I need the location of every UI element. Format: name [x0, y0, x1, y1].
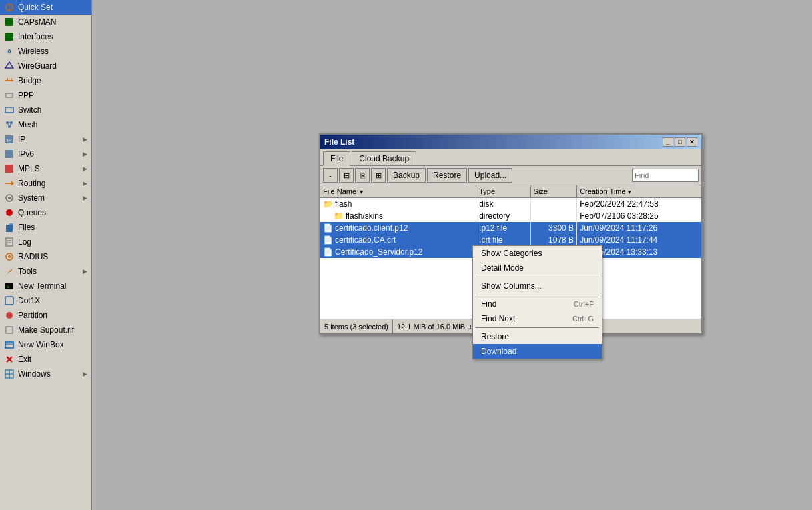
sidebar-label-ip: IP: [18, 135, 83, 144]
close-button[interactable]: ✕: [687, 137, 697, 147]
sidebar-item-ip[interactable]: IPIP▶: [0, 132, 91, 147]
sidebar-item-mesh[interactable]: Mesh: [0, 117, 91, 132]
sidebar-item-ipv6[interactable]: IPv6▶: [0, 147, 91, 161]
svg-rect-9: [5, 107, 13, 113]
quick-set-icon: [4, 2, 15, 13]
col-header-name[interactable]: File Name ▼: [320, 185, 476, 197]
sidebar-label-wireguard: WireGuard: [18, 61, 87, 71]
sidebar-label-capsman: CAPsMAN: [18, 17, 87, 27]
sidebar-item-tools[interactable]: Tools▶: [0, 264, 91, 279]
col-header-creation[interactable]: Creation Time ▾: [577, 185, 701, 197]
sidebar-item-new-winbox[interactable]: New WinBox: [0, 337, 91, 352]
sidebar-item-quick-set[interactable]: Quick Set: [0, 0, 91, 15]
tab-cloud-backup[interactable]: Cloud Backup: [352, 151, 416, 165]
sidebar-item-files[interactable]: Files: [0, 220, 91, 235]
sidebar-item-routing[interactable]: Routing▶: [0, 176, 91, 191]
sidebar-item-dot1x[interactable]: Dot1X: [0, 293, 91, 308]
cell-size: 1078 B: [530, 234, 577, 246]
sidebar-item-wireguard[interactable]: WireGuard: [0, 59, 91, 73]
ctx-item-download[interactable]: Download: [473, 344, 602, 359]
sidebar-item-log[interactable]: Log: [0, 235, 91, 249]
context-menu: Show CategoriesDetail ModeShow Columns..…: [472, 245, 602, 359]
sidebar-item-mpls[interactable]: MPLS▶: [0, 161, 91, 176]
sidebar-item-exit[interactable]: Exit: [0, 352, 91, 367]
sidebar-item-make-supout[interactable]: Make Supout.rif: [0, 323, 91, 337]
svg-point-33: [6, 312, 13, 319]
table-row[interactable]: 📄certificado.client.p12.p12 file3300 BJu…: [320, 222, 701, 234]
ctx-item-show-categories[interactable]: Show Categories: [473, 246, 602, 261]
sidebar-item-wireless[interactable]: Wireless: [0, 44, 91, 59]
sidebar-arrow-routing: ▶: [83, 180, 87, 187]
ipv6-icon: [4, 149, 15, 159]
filter-button[interactable]: ⊟: [339, 168, 354, 183]
ctx-separator: [476, 277, 599, 277]
statusbar-items: 5 items (3 selected): [320, 319, 393, 333]
remove-button[interactable]: -: [323, 168, 338, 183]
folder-icon: 📁: [334, 211, 344, 221]
sidebar-label-quick-set: Quick Set: [18, 3, 87, 12]
minimize-button[interactable]: _: [663, 137, 673, 147]
ctx-item-find-next[interactable]: Find NextCtrl+G: [473, 311, 602, 326]
ctx-label-show-categories: Show Categories: [481, 249, 542, 258]
cell-name: 📁flash/skins: [320, 210, 476, 222]
main-area: File List _ □ ✕ File Cloud Backup - ⊟ ⎘ …: [92, 0, 812, 510]
interfaces-icon: [4, 31, 15, 42]
ctx-item-find[interactable]: FindCtrl+F: [473, 297, 602, 311]
sidebar-item-partition[interactable]: Partition: [0, 308, 91, 323]
table-row[interactable]: 📄certificado.CA.crt.crt file1078 BJun/09…: [320, 234, 701, 246]
svg-point-22: [8, 197, 11, 199]
table-row[interactable]: 📁flash/skinsdirectoryFeb/07/2106 03:28:2…: [320, 210, 701, 222]
sidebar-item-system[interactable]: System▶: [0, 191, 91, 205]
sidebar-item-bridge[interactable]: Bridge: [0, 73, 91, 88]
sidebar-arrow-windows: ▶: [83, 371, 87, 377]
tab-file[interactable]: File: [323, 151, 350, 166]
sidebar-label-new-winbox: New WinBox: [18, 340, 87, 349]
sidebar-item-interfaces[interactable]: Interfaces: [0, 29, 91, 44]
sidebar-item-capsman[interactable]: CAPsMAN: [0, 15, 91, 29]
ctx-label-restore: Restore: [481, 332, 509, 341]
copy-button[interactable]: ⎘: [355, 168, 370, 183]
ip-icon: IP: [4, 134, 15, 145]
sidebar-item-ppp[interactable]: PPP: [0, 88, 91, 103]
sidebar-label-mpls: MPLS: [18, 164, 83, 173]
sidebar-label-bridge: Bridge: [18, 76, 87, 85]
maximize-button[interactable]: □: [675, 137, 685, 147]
sidebar-item-windows[interactable]: Windows▶: [0, 367, 91, 381]
ctx-shortcut-find: Ctrl+F: [574, 300, 594, 308]
cell-size: [530, 197, 577, 210]
svg-rect-34: [6, 327, 13, 333]
window-titlebar: File List _ □ ✕: [320, 135, 701, 149]
titlebar-buttons: _ □ ✕: [663, 137, 697, 147]
sidebar-label-mesh: Mesh: [18, 120, 87, 129]
svg-text:>_: >_: [7, 285, 12, 290]
col-header-size[interactable]: Size: [530, 185, 577, 197]
ctx-item-restore[interactable]: Restore: [473, 329, 602, 344]
upload-button[interactable]: Upload...: [468, 168, 512, 183]
col-header-type[interactable]: Type: [476, 185, 530, 197]
ctx-item-detail-mode[interactable]: Detail Mode: [473, 261, 602, 275]
sidebar-item-new-terminal[interactable]: >_New Terminal: [0, 279, 91, 293]
svg-rect-24: [6, 225, 13, 232]
cell-name: 📄certificado.client.p12: [320, 222, 476, 234]
sidebar-label-radius: RADIUS: [18, 252, 87, 261]
find-input[interactable]: [632, 169, 699, 182]
cell-creation: Jun/09/2024 11:17:44: [577, 234, 701, 246]
sidebar-item-queues[interactable]: Queues: [0, 205, 91, 220]
sidebar-item-switch[interactable]: Switch: [0, 103, 91, 117]
ctx-item-show-columns[interactable]: Show Columns...: [473, 279, 602, 293]
sidebar-label-queues: Queues: [18, 208, 87, 217]
sidebar-label-exit: Exit: [18, 355, 87, 364]
ctx-separator: [476, 295, 599, 295]
queues-icon: [4, 207, 15, 218]
make-supout-icon: [4, 325, 15, 335]
svg-point-29: [8, 255, 11, 258]
capsman-icon: [4, 17, 15, 27]
new-winbox-icon: [4, 339, 15, 350]
backup-button[interactable]: Backup: [387, 168, 426, 183]
restore-button[interactable]: Restore: [427, 168, 467, 183]
log-icon: [4, 237, 15, 247]
table-row[interactable]: 📁flashdiskFeb/20/2024 22:47:58: [320, 197, 701, 210]
sidebar-label-partition: Partition: [18, 311, 87, 320]
paste-button[interactable]: ⊞: [371, 168, 386, 183]
sidebar-item-radius[interactable]: RADIUS: [0, 249, 91, 264]
